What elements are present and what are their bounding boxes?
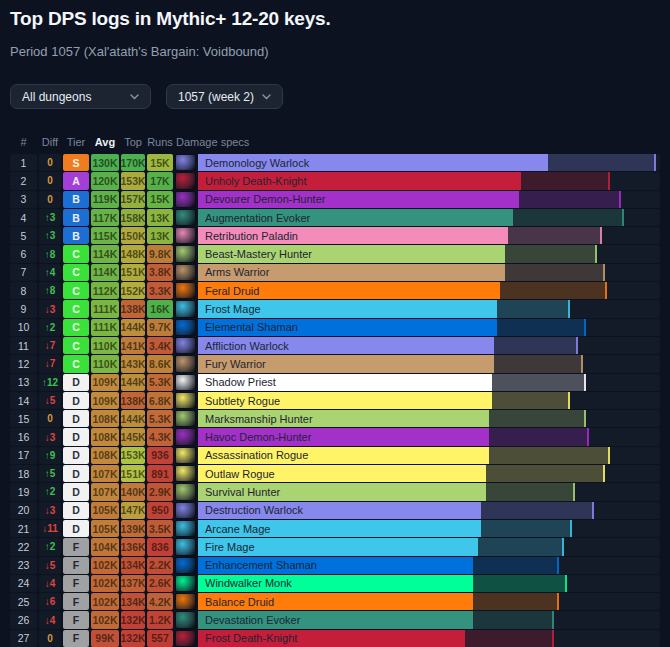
table-row[interactable]: 6↑8C114K148K9.8KBeast-Mastery Hunter [10, 245, 660, 262]
top-dps-cell: 147K [121, 502, 145, 519]
column-header-rank: # [10, 136, 37, 148]
devastation-evoker-spec-icon [175, 611, 196, 628]
runs-count-cell: 557 [147, 630, 173, 647]
top-dps-cell: 143K [121, 355, 145, 372]
spec-name-label: Assassination Rogue [205, 449, 308, 461]
column-header-diff: Diff [39, 136, 61, 148]
top-dps-cell: 153K [121, 172, 145, 189]
dps-bar-track: Frost Mage [198, 300, 660, 317]
table-row[interactable]: 14↓5D109K138K6.8KSubtlety Rogue [10, 392, 660, 409]
table-row[interactable]: 22↑2F104K136K836Fire Mage [10, 538, 660, 555]
runs-count-cell: 4.2K [147, 593, 173, 610]
table-row[interactable]: 10↑2C111K144K9.7KElemental Shaman [10, 319, 660, 336]
avg-dps-bar: Marksmanship Hunter [198, 410, 489, 427]
top-dps-cell: 136K [121, 538, 145, 555]
top-dps-cell: 170K [121, 154, 145, 171]
avg-dps-cell: 107K [91, 465, 119, 482]
avg-dps-bar: Fury Warrior [198, 355, 494, 372]
tier-badge: D [63, 447, 89, 464]
tier-badge: C [63, 355, 89, 372]
tier-badge: F [63, 575, 89, 592]
table-row[interactable]: 10S130K170K15KDemonology Warlock [10, 154, 660, 171]
table-row[interactable]: 11↓7C110K141K3.4KAffliction Warlock [10, 337, 660, 354]
avg-dps-cell: 110K [91, 337, 119, 354]
diff-cell: ↓5 [39, 557, 61, 574]
dps-bar-track: Windwalker Monk [198, 575, 660, 592]
period-filter-dropdown[interactable]: 1057 (week 2) [166, 84, 283, 109]
table-row[interactable]: 25↓6F102K134K4.2KBalance Druid [10, 593, 660, 610]
table-row[interactable]: 13↑12D109K144K5.3KShadow Priest [10, 374, 660, 391]
diff-cell: ↑4 [39, 264, 61, 281]
table-row[interactable]: 150D108K144K5.3KMarksmanship Hunter [10, 410, 660, 427]
diff-cell: ↓4 [39, 575, 61, 592]
table-row[interactable]: 5↑3B115K150K13KRetribution Paladin [10, 227, 660, 244]
table-row[interactable]: 17↑9D108K153K936Assassination Rogue [10, 447, 660, 464]
table-row[interactable]: 19↑2D107K140K2.9KSurvival Hunter [10, 483, 660, 500]
avg-dps-cell: 105K [91, 520, 119, 537]
rank-cell: 1 [10, 154, 37, 171]
rank-cell: 27 [10, 630, 37, 647]
table-row[interactable]: 24↓4F102K137K2.6KWindwalker Monk [10, 575, 660, 592]
avg-dps-bar: Balance Druid [198, 593, 473, 610]
column-header-top: Top [121, 136, 145, 148]
top-dps-cell: 158K [121, 209, 145, 226]
table-header-row: # Diff Tier Avg Top Runs Damage specs [10, 136, 660, 148]
avg-dps-cell: 108K [91, 428, 119, 445]
unholy-death-knight-spec-icon [175, 172, 196, 189]
table-row[interactable]: 20↓3D105K147K950Destruction Warlock [10, 502, 660, 519]
top-dps-cell: 138K [121, 392, 145, 409]
diff-cell: ↑2 [39, 319, 61, 336]
rank-cell: 23 [10, 557, 37, 574]
table-row[interactable]: 270F99K132K557Frost Death-Knight [10, 630, 660, 647]
avg-dps-bar: Havoc Demon-Hunter [198, 428, 489, 445]
column-header-runs: Runs [147, 136, 173, 148]
table-row[interactable]: 30B119K157K15KDevourer Demon-Hunter [10, 191, 660, 208]
dps-bar-track: Affliction Warlock [198, 337, 660, 354]
frost-death-knight-spec-icon [175, 630, 196, 647]
tier-badge: D [63, 392, 89, 409]
tier-badge: F [63, 593, 89, 610]
table-row[interactable]: 26↓4F102K132K1.2KDevastation Evoker [10, 611, 660, 628]
avg-dps-cell: 114K [91, 264, 119, 281]
dungeon-filter-dropdown[interactable]: All dungeons [10, 84, 151, 109]
rank-cell: 11 [10, 337, 37, 354]
dps-rankings-table: # Diff Tier Avg Top Runs Damage specs 10… [10, 136, 660, 647]
table-row[interactable]: 21↓11D105K139K3.5KArcane Mage [10, 520, 660, 537]
dps-bar-track: Fury Warrior [198, 355, 660, 372]
runs-count-cell: 2.6K [147, 575, 173, 592]
spec-name-label: Fury Warrior [205, 358, 266, 370]
table-row[interactable]: 9↓3C111K138K16KFrost Mage [10, 300, 660, 317]
demonology-warlock-spec-icon [175, 154, 196, 171]
diff-cell: ↑2 [39, 538, 61, 555]
spec-name-label: Windwalker Monk [205, 577, 292, 589]
dps-bar-track: Arcane Mage [198, 520, 660, 537]
diff-cell: ↓4 [39, 611, 61, 628]
table-row[interactable]: 12↓7C110K143K8.6KFury Warrior [10, 355, 660, 372]
table-row[interactable]: 7↑4C114K151K3.8KArms Warrior [10, 264, 660, 281]
table-row[interactable]: 4↑3B117K158K13KAugmentation Evoker [10, 209, 660, 226]
table-row[interactable]: 16↓3D108K145K4.3KHavoc Demon-Hunter [10, 428, 660, 445]
period-filter-value: 1057 (week 2) [178, 90, 254, 104]
avg-dps-bar: Elemental Shaman [198, 319, 497, 336]
avg-dps-cell: 119K [91, 191, 119, 208]
table-row[interactable]: 18↑5D107K151K891Outlaw Rogue [10, 465, 660, 482]
avg-dps-bar: Assassination Rogue [198, 447, 489, 464]
table-row[interactable]: 20A120K153K17KUnholy Death-Knight [10, 172, 660, 189]
avg-dps-cell: 108K [91, 447, 119, 464]
spec-name-label: Unholy Death-Knight [205, 175, 307, 187]
dps-bar-track: Subtlety Rogue [198, 392, 660, 409]
avg-dps-cell: 111K [91, 300, 119, 317]
tier-badge: B [63, 191, 89, 208]
rank-cell: 19 [10, 483, 37, 500]
table-row[interactable]: 8↑8C112K152K3.3KFeral Druid [10, 282, 660, 299]
frost-mage-spec-icon [175, 300, 196, 317]
dungeon-filter-value: All dungeons [22, 90, 91, 104]
top-dps-cell: 150K [121, 227, 145, 244]
top-dps-cell: 152K [121, 282, 145, 299]
table-row[interactable]: 23↓5F102K134K2.2KEnhancement Shaman [10, 557, 660, 574]
dps-bar-track: Elemental Shaman [198, 319, 660, 336]
diff-cell: ↑8 [39, 282, 61, 299]
spec-name-label: Subtlety Rogue [205, 395, 280, 407]
avg-dps-cell: 117K [91, 209, 119, 226]
runs-count-cell: 8.6K [147, 355, 173, 372]
